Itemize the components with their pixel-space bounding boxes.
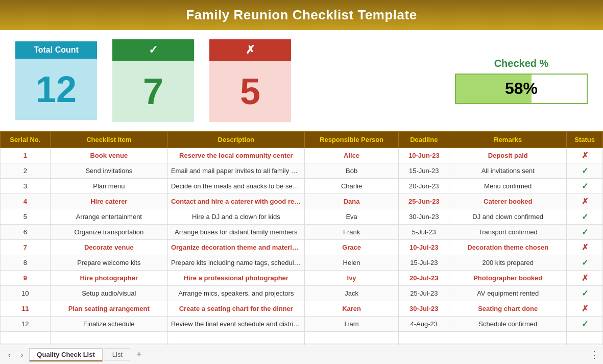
cell-person: Jack <box>304 286 399 301</box>
col-person: Responsible Person <box>304 132 399 148</box>
cell-remarks: Photographer booked <box>449 271 567 286</box>
cross-count-box: ✗ 5 <box>209 39 291 122</box>
cell-status: ✗ <box>567 194 603 209</box>
table-row: 12Finalize scheduleReview the final even… <box>1 317 603 332</box>
cell-remarks: Schedule confirmed <box>449 317 567 332</box>
cell-remarks: Deposit paid <box>449 148 567 163</box>
cell-remarks: AV equipment rented <box>449 286 567 301</box>
cell-description: Reserve the local community center <box>167 148 304 163</box>
check-icon: ✓ <box>582 228 588 236</box>
cell-person: Eva <box>304 209 399 225</box>
cell-remarks: DJ and clown confirmed <box>449 209 567 225</box>
cross-icon: ✗ <box>582 274 588 282</box>
cell-status: ✓ <box>567 286 603 301</box>
cell-description: Hire a professional photographer <box>167 271 304 286</box>
add-sheet-button[interactable]: + <box>132 348 146 361</box>
table-row: 1Book venueReserve the local community c… <box>1 148 603 163</box>
cell-item: Organize transportation <box>50 225 167 240</box>
col-description: Description <box>167 132 304 148</box>
cell-deadline: 25-Jun-23 <box>399 194 449 209</box>
table-body: 1Book venueReserve the local community c… <box>1 148 603 365</box>
cell-item: Hire photographer <box>50 271 167 286</box>
cell-serial: 3 <box>1 179 51 194</box>
cell-item: Hire caterer <box>50 194 167 209</box>
cell-status: ✗ <box>567 271 603 286</box>
cell-status: ✓ <box>567 179 603 194</box>
cell-status: ✓ <box>567 163 603 179</box>
total-count-value: 12 <box>15 59 97 120</box>
cross-value: 5 <box>209 61 291 122</box>
cell-serial: 8 <box>1 255 51 271</box>
cell-remarks: 200 kits prepared <box>449 255 567 271</box>
bottom-bar: ‹ › Quality Check List List + ⋮ <box>0 345 603 364</box>
cell-remarks: Decoration theme chosen <box>449 240 567 255</box>
cell-deadline: 15-Jun-23 <box>399 163 449 179</box>
table-row: 8Prepare welcome kitsPrepare kits includ… <box>1 255 603 271</box>
pct-bar-text: 58% <box>505 79 538 98</box>
cell-description: Hire a DJ and a clown for kids <box>167 209 304 225</box>
table-row: 11Plan seating arrangementCreate a seati… <box>1 301 603 317</box>
col-deadline: Deadline <box>399 132 449 148</box>
cell-status: ✗ <box>567 240 603 255</box>
cell-description: Arrange mics, speakers, and projectors <box>167 286 304 301</box>
total-count-label: Total Count <box>15 41 97 59</box>
cell-deadline: 20-Jul-23 <box>399 271 449 286</box>
cell-serial: 5 <box>1 209 51 225</box>
cell-item: Prepare welcome kits <box>50 255 167 271</box>
more-options-button[interactable]: ⋮ <box>590 349 599 360</box>
cell-status: ✓ <box>567 255 603 271</box>
cell-serial: 11 <box>1 301 51 317</box>
cell-remarks: Caterer booked <box>449 194 567 209</box>
check-icon: ✓ <box>582 289 588 298</box>
cell-serial: 6 <box>1 225 51 240</box>
check-icon: ✓ <box>582 320 588 328</box>
cell-status: ✗ <box>567 301 603 317</box>
col-serial: Serial No. <box>1 132 51 148</box>
prev-sheet-button[interactable]: ‹ <box>4 349 15 361</box>
checklist-table: Serial No. Checklist Item Description Re… <box>0 131 603 364</box>
cross-icon: ✗ <box>582 197 588 206</box>
cell-description: Prepare kits including name tags, schedu… <box>167 255 304 271</box>
cell-item: Finalize schedule <box>50 317 167 332</box>
table-row: 9Hire photographerHire a professional ph… <box>1 271 603 286</box>
cell-remarks: All invitations sent <box>449 163 567 179</box>
tab-quality-check-list[interactable]: Quality Check List <box>29 348 102 361</box>
cell-status: ✓ <box>567 209 603 225</box>
cell-description: Email and mail paper invites to all fami… <box>167 163 304 179</box>
cell-description: Arrange buses for distant family members <box>167 225 304 240</box>
cross-label: ✗ <box>209 39 291 61</box>
page-title: Family Reunion Checklist Template <box>186 7 417 22</box>
cell-item: Send invitations <box>50 163 167 179</box>
cell-person: Alice <box>304 148 399 163</box>
table-row: 6Organize transportationArrange buses fo… <box>1 225 603 240</box>
cell-item: Arrange entertainment <box>50 209 167 225</box>
cell-remarks: Transport confirmed <box>449 225 567 240</box>
page-header: Family Reunion Checklist Template <box>0 0 603 30</box>
cell-deadline: 10-Jun-23 <box>399 148 449 163</box>
cell-serial: 10 <box>1 286 51 301</box>
check-icon: ✓ <box>582 166 588 175</box>
cell-remarks: Menu confirmed <box>449 179 567 194</box>
next-sheet-button[interactable]: › <box>17 349 28 361</box>
check-icon: ✓ <box>582 258 588 267</box>
check-icon: ✓ <box>582 212 588 221</box>
cell-description: Decide on the meals and snacks to be ser… <box>167 179 304 194</box>
check-value: 7 <box>112 61 194 122</box>
cell-deadline: 30-Jun-23 <box>399 209 449 225</box>
cell-person: Dana <box>304 194 399 209</box>
cross-icon: ✗ <box>582 243 588 252</box>
table-row: 3Plan menuDecide on the meals and snacks… <box>1 179 603 194</box>
cell-description: Create a seating chart for the dinner <box>167 301 304 317</box>
cell-serial: 9 <box>1 271 51 286</box>
cell-deadline: 15-Jul-23 <box>399 255 449 271</box>
table-section: Serial No. Checklist Item Description Re… <box>0 131 603 364</box>
tab-list[interactable]: List <box>105 348 130 361</box>
col-status: Status <box>567 132 603 148</box>
cell-status: ✗ <box>567 148 603 163</box>
cell-status: ✓ <box>567 225 603 240</box>
cell-deadline: 5-Jul-23 <box>399 225 449 240</box>
pct-bar: 58% <box>455 74 588 104</box>
cell-person: Ivy <box>304 271 399 286</box>
cell-status: ✓ <box>567 317 603 332</box>
cross-icon: ✗ <box>582 304 588 313</box>
